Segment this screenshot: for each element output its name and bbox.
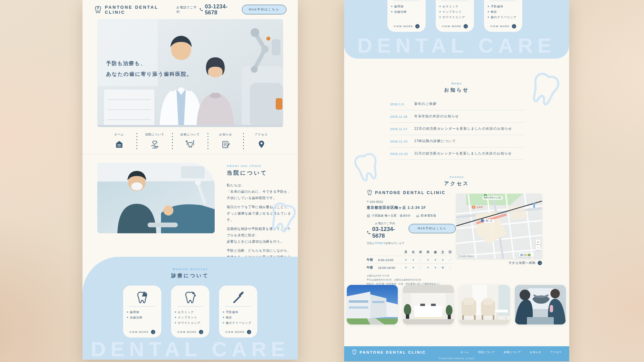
hours-mark: ● xyxy=(432,263,439,271)
news-title: お知らせ xyxy=(344,87,569,93)
news-section-header: News お知らせ xyxy=(344,82,569,93)
hours-mark: ● xyxy=(424,256,432,263)
view-more-link[interactable]: VIEW MORE xyxy=(490,24,516,28)
service-item: インプラント xyxy=(175,315,206,320)
header-phone[interactable]: お電話でご予約 03-1234-5678 xyxy=(176,4,236,16)
service-item: ホワイトニング xyxy=(439,14,470,20)
view-more-link[interactable]: VIEW MORE xyxy=(129,330,155,334)
about-clinic-photo xyxy=(97,163,215,233)
view-more-link[interactable]: VIEW MORE xyxy=(393,24,419,28)
service-item: セラミック xyxy=(439,4,470,9)
hero-line-1: 予防も治療も、 xyxy=(106,58,192,69)
tooth-tools-icon xyxy=(186,140,195,149)
news-item[interactable]: 2026.10.20 11月の担当医カレンダーを更新しましたの休診のお知らせ xyxy=(389,147,524,160)
phone-icon xyxy=(367,230,371,235)
service-card-general[interactable]: 歯周病 虫歯治療 VIEW MORE xyxy=(387,0,426,32)
arrow-right-icon xyxy=(247,330,251,334)
news-date: 2026.11.10 xyxy=(390,139,414,143)
hours-mark: ● xyxy=(410,263,417,271)
service-item: 虫歯治療 xyxy=(127,315,158,320)
nav-label: 診療について xyxy=(180,133,200,137)
access-eyebrow: Access xyxy=(344,175,569,179)
phone-label: お電話でご予約 xyxy=(375,222,395,225)
arrow-right-icon xyxy=(512,24,516,28)
hours-mark: ● xyxy=(439,256,446,263)
service-item: 検診 xyxy=(223,315,254,320)
phone-number: 03-1234-5678 xyxy=(372,226,404,239)
nav-label: 当院について xyxy=(145,133,164,137)
nav-item-about[interactable]: 当院について xyxy=(140,132,169,149)
map-layer-thumbnails[interactable] xyxy=(519,253,534,257)
home-icon xyxy=(115,140,124,149)
nav-label: お知らせ xyxy=(219,133,232,137)
clinic-exterior-photo xyxy=(347,285,398,324)
view-more-link[interactable]: VIEW MORE xyxy=(225,330,251,334)
nav-item-services[interactable]: 診療について xyxy=(175,132,205,149)
tooth-cavity-icon xyxy=(136,291,149,304)
opening-hours-table: 月 火 水 木 金 土 日 午前 9:00-13:00 ● ● ／ ● ● ● … xyxy=(367,248,456,286)
service-card-general[interactable]: 歯周病 虫歯治療 VIEW MORE xyxy=(123,286,161,338)
view-more-link[interactable]: VIEW MORE xyxy=(177,330,203,334)
footer-logo[interactable]: P PANTONE DENTAL CLINIC xyxy=(352,349,426,355)
access-phone[interactable]: お電話でご予約 03-1234-5678 xyxy=(367,222,404,239)
footer-link-news[interactable]: お知らせ xyxy=(530,351,542,354)
dental-care-watermark: DENTAL CARE xyxy=(83,337,298,360)
news-item-title: 12月の担当医カレンダーを更新しましたの休診のお知らせ xyxy=(414,126,512,131)
news-note-icon xyxy=(221,140,230,149)
clinic-photo-gallery xyxy=(347,285,566,324)
tooth-logo-icon: P xyxy=(367,190,373,196)
hours-mark: ／ xyxy=(446,263,454,271)
service-card-cosmetic[interactable]: セラミック インプラント ホワイトニング VIEW MORE xyxy=(171,286,209,338)
nav-separator xyxy=(243,132,244,149)
news-item[interactable]: 2026.11.25 年末年始の休診のお知らせ xyxy=(389,110,524,123)
service-item: 歯周病 xyxy=(391,4,422,9)
nav-item-access[interactable]: アクセス xyxy=(247,132,276,149)
hero-image: 予防も治療も、 あなたの歯に寄り添う歯科医院。 xyxy=(97,19,283,127)
big-map-link[interactable]: 大きな地図へ移動 xyxy=(456,261,542,265)
about-title: 当院について xyxy=(227,170,292,177)
address: 東京都世田谷区梅ヶ丘 1-2-34 1F xyxy=(367,205,456,210)
service-card-preventive[interactable]: 予防歯科 検診 歯のクリーニング VIEW MORE xyxy=(219,286,257,338)
web-reserve-button[interactable]: Web予約はこちら xyxy=(242,5,286,14)
phone-icon xyxy=(199,7,203,12)
nav-item-news[interactable]: お知らせ xyxy=(211,132,240,149)
car-icon xyxy=(416,214,420,218)
arrow-right-icon xyxy=(415,24,420,28)
service-item: ホワイトニング xyxy=(175,320,206,325)
service-card-preventive[interactable]: 予防歯科 検診 歯のクリーニング VIEW MORE xyxy=(484,0,522,32)
hero-line-2: あなたの歯に寄り添う歯科医院。 xyxy=(106,69,192,79)
tooth-logo-icon: P xyxy=(352,349,357,355)
phone-label: お電話でご予約 xyxy=(176,5,198,14)
footer-link-home[interactable]: ホーム xyxy=(461,351,469,354)
copyright: ©PANTONE DENTAL CLINIC xyxy=(344,357,569,360)
news-item[interactable]: 2026.11.10 17時以降の診療について xyxy=(389,135,524,147)
footer-nav: ホーム 当院について 診療について お知らせ アクセス xyxy=(461,351,562,354)
footer-clinic-name: PANTONE DENTAL CLINIC xyxy=(360,350,426,354)
access-info: P PANTONE DENTAL CLINIC 〒154-0022 東京都世田谷… xyxy=(367,190,456,286)
waiting-room-photo xyxy=(459,285,510,324)
footer-link-about[interactable]: 当院について xyxy=(478,351,495,354)
map-restaurant-label: いこま寿司 xyxy=(472,206,483,209)
service-cards: 歯周病 虫歯治療 VIEW MORE セラミック インプラント ホワイトニング … xyxy=(83,286,298,338)
site-footer: P PANTONE DENTAL CLINIC ホーム 当院について 診療につい… xyxy=(344,346,569,361)
map-zoom-out-button[interactable]: − xyxy=(536,245,540,250)
view-more-link[interactable]: VIEW MORE xyxy=(442,24,468,28)
footer-link-services[interactable]: 診療について xyxy=(504,351,521,354)
nav-separator xyxy=(172,132,173,149)
google-map[interactable]: 梅林(羽根木公園) いこま寿司 梅ヶ丘 Google Maps + − xyxy=(456,194,542,259)
nav-item-home[interactable]: ホーム xyxy=(104,132,134,149)
news-item[interactable]: 2026.11.17 12月の担当医カレンダーを更新しましたの休診のお知らせ xyxy=(389,123,524,135)
site-logo[interactable]: P PANTONE DENTAL CLINIC xyxy=(94,5,176,15)
hours-row-time: 9:00-13:00 xyxy=(378,256,402,263)
hours-mark: ● xyxy=(410,256,417,263)
web-reserve-button[interactable]: Web予約はこちら xyxy=(409,224,456,233)
news-item[interactable]: 2026.1.5 新年のご挨拶 xyxy=(389,98,524,110)
reception-photo xyxy=(403,285,454,324)
service-item: 検診 xyxy=(488,9,519,14)
transit-info: 小田急線 梅ヶ丘駅 徒歩5分 駐車場完備 xyxy=(367,214,456,218)
service-card-cosmetic[interactable]: セラミック インプラント ホワイトニング VIEW MORE xyxy=(436,0,474,32)
map-zoom-in-button[interactable]: + xyxy=(536,240,540,244)
footer-link-access[interactable]: アクセス xyxy=(550,351,562,354)
hours-mark: ★ xyxy=(439,263,446,271)
site-header: P PANTONE DENTAL CLINIC お電話でご予約 03-1234-… xyxy=(83,0,298,19)
